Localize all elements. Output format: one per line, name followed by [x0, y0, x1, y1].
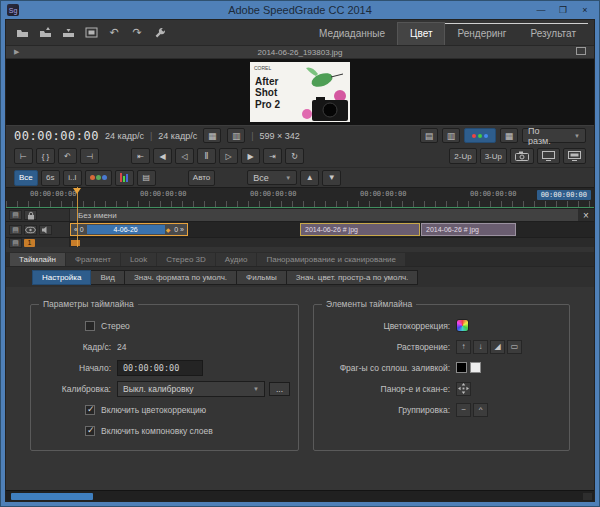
close-button[interactable]: × [575, 3, 595, 17]
goto-end-button[interactable]: ⇥ [263, 148, 282, 164]
marker-track-area[interactable] [70, 238, 594, 247]
horizontal-scrollbar[interactable] [6, 490, 594, 501]
split-view-button[interactable]: ▥ [442, 128, 460, 143]
tab-audio[interactable]: Аудио [216, 253, 257, 266]
fade-out-icon[interactable]: ↓ [473, 340, 488, 354]
subtab-view[interactable]: Вид [90, 270, 124, 285]
tab-timeline[interactable]: Таймлайн [10, 253, 65, 266]
tab-stereo3d[interactable]: Стерео 3D [157, 253, 215, 266]
step-back-button[interactable]: ◀ [153, 148, 172, 164]
grade-marker[interactable] [71, 240, 80, 246]
dual-display-button[interactable] [537, 148, 560, 164]
color-wheels-button[interactable] [85, 170, 112, 186]
track-name[interactable]: Без имени [70, 209, 578, 221]
close-timeline-icon[interactable]: × [578, 209, 594, 221]
six-seconds-button[interactable]: 6s [41, 170, 60, 186]
layers-button[interactable]: ▤ [137, 170, 156, 186]
save-project-icon[interactable] [35, 24, 55, 42]
start-timecode-input[interactable]: 00:00:00:00 [117, 360, 203, 376]
dip-dissolve-icon[interactable]: ▭ [507, 340, 522, 354]
subtab-setup[interactable]: Настройка [32, 270, 91, 285]
white-swatch[interactable] [470, 362, 481, 373]
zoom-level-select[interactable]: По разм. ▼ [522, 128, 586, 143]
track-up-button[interactable]: ▲ [300, 170, 319, 186]
group-arc-icon[interactable]: ^ [473, 403, 488, 417]
two-up-button[interactable]: 2-Up [449, 148, 476, 164]
tab-mediadata[interactable]: Медиаданные [307, 23, 397, 45]
tab-color[interactable]: Цвет [397, 22, 445, 45]
camera-lens [323, 103, 337, 117]
group-wave-icon[interactable]: ~ [456, 403, 471, 417]
clip-out-handle[interactable]: 0 » [171, 226, 187, 233]
calibration-more-button[interactable]: ... [269, 382, 290, 396]
show-all-button[interactable]: Все [14, 170, 38, 186]
channels-view-button[interactable]: ▤ [420, 128, 438, 143]
subtab-format-defaults[interactable]: Знач. формата по умолч. [124, 270, 237, 285]
track-down-button[interactable]: ▼ [322, 170, 341, 186]
step-forward-button[interactable]: ▶ [241, 148, 260, 164]
goto-start-button[interactable]: ⇤ [131, 148, 150, 164]
stereo-checkbox[interactable] [85, 321, 95, 331]
tab-pan-scan[interactable]: Панорамирование и сканирование [257, 253, 405, 266]
timeline-clip[interactable]: 2014-06-26 # jpg [421, 223, 516, 236]
display-mode-icon[interactable]: ▦ [203, 128, 221, 143]
audio-speaker-icon[interactable] [39, 225, 52, 235]
stereo-label: Стерео [101, 321, 130, 331]
three-up-button[interactable]: 3-Up [480, 148, 507, 164]
selected-clip[interactable]: « 0 4-06-26 ◆ 0 » [70, 223, 188, 236]
in-out-range-button[interactable]: i..l [63, 170, 82, 186]
track-menu-icon[interactable]: ▤ [9, 238, 22, 248]
settings-wrench-icon[interactable] [150, 24, 170, 42]
clip-track-area[interactable]: « 0 4-06-26 ◆ 0 » 2014-06-26 # jpg 2014-… [70, 222, 594, 237]
titlebar[interactable]: Sg Adobe SpeedGrade CC 2014 — ❐ × [5, 1, 595, 19]
fade-in-icon[interactable]: ↑ [456, 340, 471, 354]
enable-layers-checkbox[interactable] [85, 426, 95, 436]
calibration-select[interactable]: Выкл. калибровку ▼ [117, 381, 265, 397]
tab-look[interactable]: Look [121, 253, 156, 266]
clip-in-handle[interactable]: « 0 [71, 226, 87, 233]
redo-icon[interactable]: ↷ [127, 24, 147, 42]
visibility-eye-icon[interactable] [24, 225, 37, 235]
subtab-films[interactable]: Фильмы [236, 270, 287, 285]
timeline-ruler[interactable]: 00:00:00:00 00:00:00:00 00:00:00:00 00:0… [6, 187, 594, 207]
color-correction-icon[interactable] [456, 319, 469, 332]
timeline-clip[interactable]: 2014-06-26 # jpg [300, 223, 420, 236]
open-project-icon[interactable] [12, 24, 32, 42]
pan-scan-icon[interactable] [456, 382, 471, 396]
auto-grade-button[interactable]: Авто [188, 170, 215, 186]
minimize-button[interactable]: — [531, 3, 551, 17]
tab-fragment[interactable]: Фрагмент [66, 253, 120, 266]
mark-range-button[interactable]: { } [36, 148, 55, 164]
track-filter-select[interactable]: Все ▼ [247, 170, 297, 185]
loop-button[interactable]: ↻ [285, 148, 304, 164]
tab-result[interactable]: Результат [519, 23, 588, 45]
viewer-fit-icon[interactable] [576, 47, 586, 57]
mask-mode-icon[interactable]: ▥ [227, 128, 245, 143]
restore-button[interactable]: ❐ [553, 3, 573, 17]
pause-button[interactable]: Ⅱ [197, 148, 216, 164]
mark-out-button[interactable]: ⊣ [80, 148, 99, 164]
play-reverse-button[interactable]: ◁ [175, 148, 194, 164]
enable-color-checkbox[interactable] [85, 405, 95, 415]
rgb-channels-button[interactable] [464, 128, 496, 143]
lock-icon[interactable] [24, 210, 37, 220]
snapshot-camera-button[interactable] [510, 148, 534, 164]
track-menu-icon[interactable]: ▤ [9, 210, 22, 220]
subtab-colorspace-defaults[interactable]: Знач. цвет. простр-а по умолч. [286, 270, 419, 285]
track-menu-icon[interactable]: ▤ [9, 225, 22, 235]
cross-dissolve-icon[interactable]: ◢ [490, 340, 505, 354]
mark-in-button[interactable]: ⊢ [14, 148, 33, 164]
scopes-button[interactable]: ▦ [500, 128, 518, 143]
snapshot-icon[interactable] [81, 24, 101, 42]
viewer-collapse-icon[interactable]: ▶ [14, 48, 19, 56]
scrollbar-thumb[interactable] [11, 493, 93, 500]
load-look-icon[interactable] [58, 24, 78, 42]
play-button[interactable]: ▷ [219, 148, 238, 164]
tab-render[interactable]: Рендеринг [445, 23, 518, 45]
undo-icon[interactable]: ↶ [104, 24, 124, 42]
reset-range-button[interactable]: ↶ [58, 148, 77, 164]
black-swatch[interactable] [456, 362, 467, 373]
viewer-canvas[interactable]: COREL After Shot Pro 2 [6, 59, 594, 125]
rgb-sliders-button[interactable] [115, 170, 134, 186]
fullscreen-display-button[interactable] [563, 148, 586, 164]
